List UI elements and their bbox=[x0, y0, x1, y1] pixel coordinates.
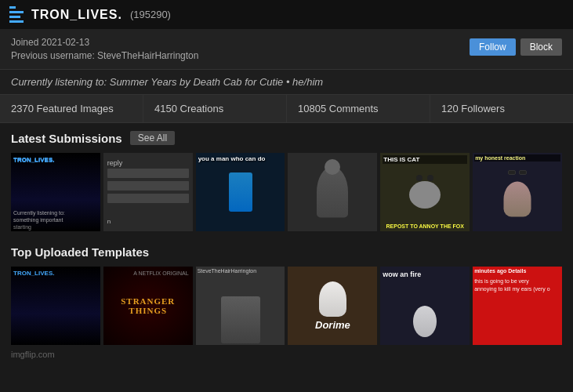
template-thumb-1[interactable]: TRON_LIVES. bbox=[11, 267, 100, 345]
profile-meta: Joined 2021-02-13 Previous username: Ste… bbox=[11, 37, 562, 61]
stat-comments: 10805 Comments bbox=[287, 95, 430, 122]
submission-thumb-6[interactable]: my honest reaction bbox=[473, 153, 562, 231]
template-thumb-5[interactable]: wow an fire bbox=[380, 267, 470, 345]
top-templates-grid: TRON_LIVES. STRANGER THINGS A NETFLIX OR… bbox=[11, 267, 562, 345]
listening-bar: Currently listening to: Summer Years by … bbox=[0, 70, 573, 95]
site-id: (195290) bbox=[130, 9, 171, 20]
top-templates-title: Top Uploaded Templates bbox=[11, 245, 149, 259]
latest-submissions-title: Latest Submissions bbox=[11, 132, 122, 145]
prev-username-value: SteveTheHairHarrington bbox=[97, 50, 198, 61]
stat-featured-images: 2370 Featured Images bbox=[0, 95, 143, 122]
stat-creations: 4150 Creations bbox=[143, 95, 287, 122]
top-templates-section: Top Uploaded Templates TRON_LIVES. STRAN… bbox=[0, 238, 573, 345]
logo-icon bbox=[9, 6, 24, 23]
block-button[interactable]: Block bbox=[520, 38, 562, 56]
profile-actions: Follow Block bbox=[470, 38, 562, 56]
top-templates-header: Top Uploaded Templates bbox=[11, 245, 562, 259]
joined-date-value: 2021-02-13 bbox=[42, 37, 89, 48]
template-thumb-2[interactable]: STRANGER THINGS A NETFLIX ORIGINAL bbox=[103, 267, 193, 345]
latest-submissions-header: Latest Submissions See All bbox=[11, 131, 562, 145]
footer-text: imgflip.com bbox=[11, 350, 55, 359]
profile-section: Joined 2021-02-13 Previous username: Ste… bbox=[0, 29, 573, 70]
follow-button[interactable]: Follow bbox=[470, 38, 516, 56]
submission-thumb-2[interactable]: reply n bbox=[103, 153, 193, 231]
joined-date: Joined 2021-02-13 bbox=[11, 37, 198, 48]
latest-submissions-grid: TRON_LIVES. Currently listening to:somet… bbox=[11, 153, 562, 231]
header-left: TRON_LIVES. (195290) bbox=[9, 6, 171, 23]
template-thumb-4[interactable]: Dorime bbox=[288, 267, 377, 345]
meta-left: Joined 2021-02-13 Previous username: Ste… bbox=[11, 37, 198, 61]
submission-thumb-5[interactable]: THIS IS CAT REPOST TO ANNOY THE FOX bbox=[380, 153, 470, 231]
submission-thumb-3[interactable]: you a man who can do bbox=[196, 153, 285, 231]
stats-row: 2370 Featured Images 4150 Creations 1080… bbox=[0, 95, 573, 123]
prev-username: Previous username: SteveTheHairHarringto… bbox=[11, 50, 198, 61]
site-name: TRON_LIVES. bbox=[31, 8, 122, 22]
submission-thumb-4[interactable] bbox=[288, 153, 377, 231]
stat-followers: 120 Followers bbox=[430, 95, 573, 122]
template-thumb-3[interactable]: SteveTheHairHarrington bbox=[196, 267, 285, 345]
joined-label: Joined bbox=[11, 37, 38, 48]
prev-username-label: Previous username: bbox=[11, 50, 95, 61]
latest-submissions-section: Latest Submissions See All TRON_LIVES. C… bbox=[0, 123, 573, 231]
listening-text: Currently listening to: Summer Years by … bbox=[11, 76, 323, 88]
see-all-button[interactable]: See All bbox=[130, 131, 175, 145]
header: TRON_LIVES. (195290) bbox=[0, 0, 573, 29]
submission-thumb-1[interactable]: TRON_LIVES. Currently listening to:somet… bbox=[11, 153, 100, 231]
footer: imgflip.com bbox=[0, 345, 573, 364]
template-thumb-6[interactable]: minutes ago Details this is going to be … bbox=[473, 267, 562, 345]
